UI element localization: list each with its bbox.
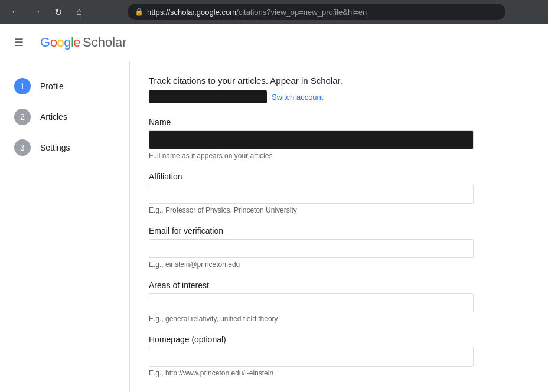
name-label: Name <box>149 117 529 127</box>
email-field-group: Email for verification E.g., einstein@pr… <box>149 226 529 269</box>
affiliation-hint: E.g., Professor of Physics, Princeton Un… <box>149 206 529 214</box>
homepage-input[interactable] <box>149 348 474 367</box>
sidebar-label-settings: Settings <box>40 143 70 152</box>
sidebar-item-settings[interactable]: 3 Settings <box>0 132 129 163</box>
interests-hint: E.g., general relativity, unified field … <box>149 315 529 323</box>
sidebar-label-profile: Profile <box>40 81 64 91</box>
reload-button[interactable]: ↻ <box>50 4 66 20</box>
hamburger-icon[interactable]: ☰ <box>9 31 28 54</box>
interests-label: Areas of interest <box>149 280 529 290</box>
google-scholar-logo: Google Scholar <box>40 35 127 50</box>
affiliation-label: Affiliation <box>149 172 529 181</box>
sidebar-item-profile[interactable]: 1 Profile <box>0 71 129 102</box>
homepage-label: Homepage (optional) <box>149 335 529 344</box>
main-layout: 1 Profile 2 Articles 3 Settings Track ci… <box>0 61 548 392</box>
back-button[interactable]: ← <box>7 4 24 20</box>
account-email <box>149 90 267 103</box>
interests-input[interactable] <box>149 293 474 312</box>
home-button[interactable]: ⌂ <box>71 4 87 20</box>
name-hint: Full name as it appears on your articles <box>149 152 529 160</box>
sidebar-label-articles: Articles <box>40 112 67 122</box>
name-field-group: Name Full name as it appears on your art… <box>149 117 529 160</box>
account-row: Switch account <box>149 90 529 103</box>
switch-account-link[interactable]: Switch account <box>272 93 323 102</box>
app-header: ☰ Google Scholar <box>0 24 548 61</box>
email-hint: E.g., einstein@princeton.edu <box>149 260 529 269</box>
sidebar: 1 Profile 2 Articles 3 Settings <box>0 61 130 392</box>
name-input-redacted <box>149 130 474 149</box>
email-input[interactable] <box>149 239 474 258</box>
address-bar[interactable]: 🔒 https://scholar.google.com/citations?v… <box>128 4 505 20</box>
step-circle-2: 2 <box>14 109 31 125</box>
page-subtitle: Track citations to your articles. Appear… <box>149 76 529 86</box>
affiliation-input[interactable] <box>149 185 474 204</box>
google-logo-text: Google <box>40 35 80 50</box>
forward-button[interactable]: → <box>28 4 45 20</box>
url-text: https://scholar.google.com/citations?vie… <box>147 8 367 17</box>
browser-chrome: ← → ↻ ⌂ 🔒 https://scholar.google.com/cit… <box>0 0 548 24</box>
content-area: Track citations to your articles. Appear… <box>130 61 548 392</box>
lock-icon: 🔒 <box>135 8 143 16</box>
homepage-field-group: Homepage (optional) E.g., http://www.pri… <box>149 335 529 377</box>
step-circle-3: 3 <box>14 139 31 156</box>
email-label: Email for verification <box>149 226 529 236</box>
interests-field-group: Areas of interest E.g., general relativi… <box>149 280 529 323</box>
step-circle-1: 1 <box>14 78 31 94</box>
affiliation-field-group: Affiliation E.g., Professor of Physics, … <box>149 172 529 214</box>
homepage-hint: E.g., http://www.princeton.edu/~einstein <box>149 369 529 377</box>
sidebar-item-articles[interactable]: 2 Articles <box>0 102 129 132</box>
scholar-text: Scholar <box>83 35 127 50</box>
